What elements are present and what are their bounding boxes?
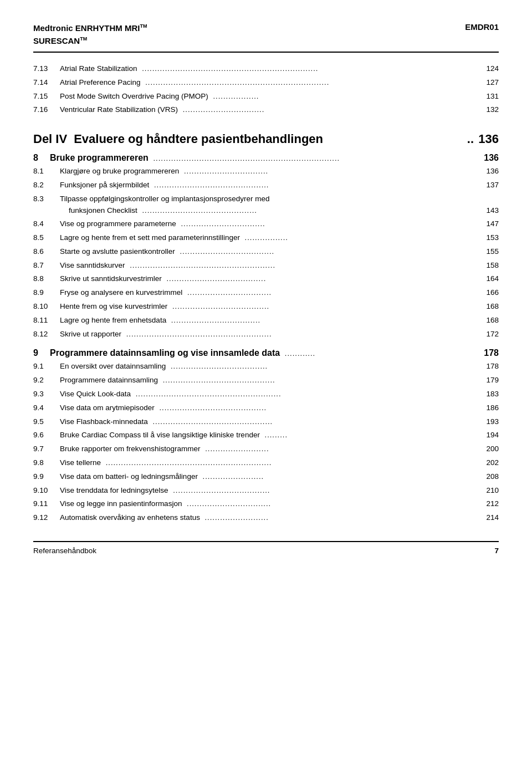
toc-entry-8-7: 8.7 Vise sanntidskurver ................… (33, 259, 499, 272)
toc-entry-8-10: 8.10 Hente frem og vise kurvestrimler ..… (33, 300, 499, 313)
entry-num: 9.1 (33, 360, 60, 372)
entry-dots: ........................................… (151, 180, 479, 192)
entry-label: Vise og legge inn pasientinformasjon (60, 498, 182, 510)
entry-dots: ................................. (178, 218, 479, 231)
chapter-9-dots: ............ (282, 349, 474, 358)
entry-dots: ........................................… (143, 77, 479, 89)
entry-num: 9.2 (33, 374, 60, 386)
entry-num: 9.5 (33, 416, 60, 428)
entry-label: Klargjøre og bruke programmereren (60, 165, 179, 177)
entry-dots: ......... (262, 430, 479, 442)
entry-page: 172 (481, 328, 499, 340)
entry-num: 7.13 (33, 63, 60, 75)
entry-page: 143 (481, 205, 499, 217)
entry-dots: ........................................… (140, 63, 479, 75)
entry-label: Automatisk overvåking av enhetens status (60, 512, 200, 524)
entry-dots: ......................... (203, 443, 479, 456)
entry-page: 186 (481, 402, 499, 414)
entry-num: 8.8 (33, 273, 60, 285)
entry-label: Vise Quick Look-data (60, 388, 131, 400)
toc-entry-8-6: 8.6 Starte og avslutte pasientkontroller… (33, 246, 499, 258)
product-name-line1: Medtronic ENRHYTHM MRITM (33, 22, 147, 35)
toc-entry-8-3: 8.3 Tilpasse oppfølgingskontroller og im… (33, 193, 499, 217)
entry-label: Vise og programmere parameterne (60, 218, 176, 230)
toc-entry-9-2: 9.2 Programmere datainnsamling .........… (33, 374, 499, 387)
entry-dots: ..................................... (177, 246, 479, 258)
entry-page: 147 (481, 218, 499, 230)
entry-num: 7.14 (33, 76, 60, 89)
entry-label: Post Mode Switch Overdrive Pacing (PMOP) (60, 90, 208, 103)
entry-page: 179 (481, 374, 499, 386)
entry-label: Vise trenddata for ledningsytelse (60, 484, 168, 497)
entry-dots: ................................... (168, 315, 479, 327)
entry-num: 9.6 (33, 429, 60, 441)
toc-entry-8-11: 8.11 Lagre og hente frem enhetsdata ....… (33, 314, 499, 327)
entry-label: Atrial Preference Pacing (60, 76, 141, 89)
entry-page: 136 (481, 165, 499, 177)
toc-entry-8-1: 8.1 Klargjøre og bruke programmereren ..… (33, 165, 499, 178)
entry-num: 8.9 (33, 287, 60, 299)
entry-label: Fryse og analysere en kurvestrimmel (60, 287, 182, 299)
entry-dots: ................................ (180, 104, 479, 116)
entry-dots: ........................................… (127, 260, 479, 272)
entry-label: Lagre og hente frem enhetsdata (60, 314, 166, 326)
footer-page-num: 7 (494, 547, 499, 555)
toc-entry-9-11: 9.11 Vise og legge inn pasientinformasjo… (33, 498, 499, 510)
chapter-9-num: 9 (33, 348, 50, 358)
toc-entry-8-5: 8.5 Lagre og hente frem et sett med para… (33, 232, 499, 244)
entry-label: Vise Flashback-minnedata (60, 416, 148, 428)
tm2: TM (80, 36, 87, 42)
entry-dots: ...................................... (171, 485, 479, 497)
toc-entry-9-12: 9.12 Automatisk overvåking av enhetens s… (33, 512, 499, 524)
entry-num: 9.8 (33, 457, 60, 469)
entry-label: Skrive ut sanntidskurvestrimler (60, 273, 162, 285)
entry-num: 8.12 (33, 328, 60, 340)
entry-num: 8.6 (33, 246, 60, 258)
entry-page: 208 (481, 471, 499, 483)
entry-label: Vise data om arytmiepisoder (60, 402, 155, 414)
page-footer: Referansehåndbok 7 (33, 541, 499, 555)
entry-num: 9.3 (33, 388, 60, 400)
entry-num: 9.12 (33, 512, 60, 524)
entry-page: 168 (481, 300, 499, 313)
entry-label: Bruke Cardiac Compass til å vise langsik… (60, 429, 260, 441)
toc-entry-9-5: 9.5 Vise Flashback-minnedata ...........… (33, 416, 499, 428)
part-iv-section: Del IV Evaluere og håndtere pasientbehan… (33, 132, 499, 146)
toc-entry-9-4: 9.4 Vise data om arytmiepisoder ........… (33, 402, 499, 415)
entry-page: 124 (481, 63, 499, 75)
entry-dots: ...................................... (168, 361, 479, 373)
toc-entry-9-7: 9.7 Bruke rapporter om frekvenshistogram… (33, 443, 499, 456)
entry-dots: ........................................… (124, 329, 479, 341)
chapter-8-row: 8 Bruke programmereren .................… (33, 153, 499, 163)
entry-label: En oversikt over datainnsamling (60, 360, 166, 372)
entry-page: 131 (481, 90, 499, 103)
toc-ch9-section: 9.1 En oversikt over datainnsamling ....… (33, 360, 499, 524)
chapter-9-label: Programmere datainnsamling og vise innsa… (50, 348, 280, 358)
entry-dots: ........................ (200, 471, 479, 483)
tm1: TM (140, 23, 147, 29)
entry-page: 158 (481, 259, 499, 272)
entry-dots: ........................................… (150, 416, 479, 428)
toc-entry-9-3: 9.3 Vise Quick Look-data ...............… (33, 388, 499, 401)
entry-label: Atrial Rate Stabilization (60, 63, 137, 75)
product-name-line2: SURESCANTM (33, 35, 147, 48)
entry-dots: ................. (242, 232, 479, 244)
toc-entry-7-16: 7.16 Ventricular Rate Stabilization (VRS… (33, 104, 499, 116)
entry-page: 164 (481, 273, 499, 285)
entry-dots: ........................................… (157, 402, 479, 415)
entry-dots: ........................................… (160, 375, 479, 387)
entry-page: 137 (481, 179, 499, 191)
entry-label: Tilpasse oppfølgingskontroller og implan… (60, 193, 269, 205)
part-iv-row: Del IV Evaluere og håndtere pasientbehan… (33, 132, 499, 146)
entry-page: 127 (481, 76, 499, 89)
entry-num: 8.4 (33, 218, 60, 230)
toc-entry-8-3-row1: 8.3 Tilpasse oppfølgingskontroller og im… (33, 193, 499, 205)
entry-dots: ................................. (185, 287, 479, 299)
toc-entry-8-12: 8.12 Skrive ut rapporter ...............… (33, 328, 499, 341)
entry-label: Vise data om batteri- og ledningsmålinge… (60, 471, 198, 483)
entry-num: 9.7 (33, 443, 60, 455)
page-header: Medtronic ENRHYTHM MRITM SURESCANTM EMDR… (33, 22, 499, 53)
entry-page: 210 (481, 484, 499, 497)
toc-entry-8-9: 8.9 Fryse og analysere en kurvestrimmel … (33, 287, 499, 299)
chapter-8-page: 136 (477, 153, 499, 163)
